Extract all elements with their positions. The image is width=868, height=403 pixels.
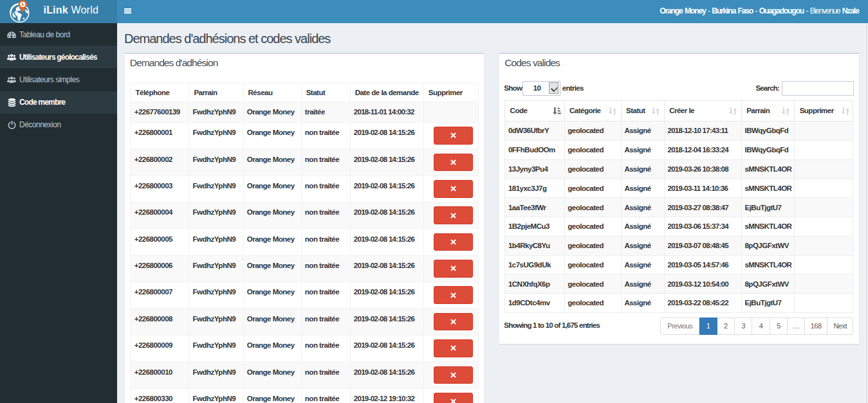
svg-text:$: $ <box>22 2 24 7</box>
